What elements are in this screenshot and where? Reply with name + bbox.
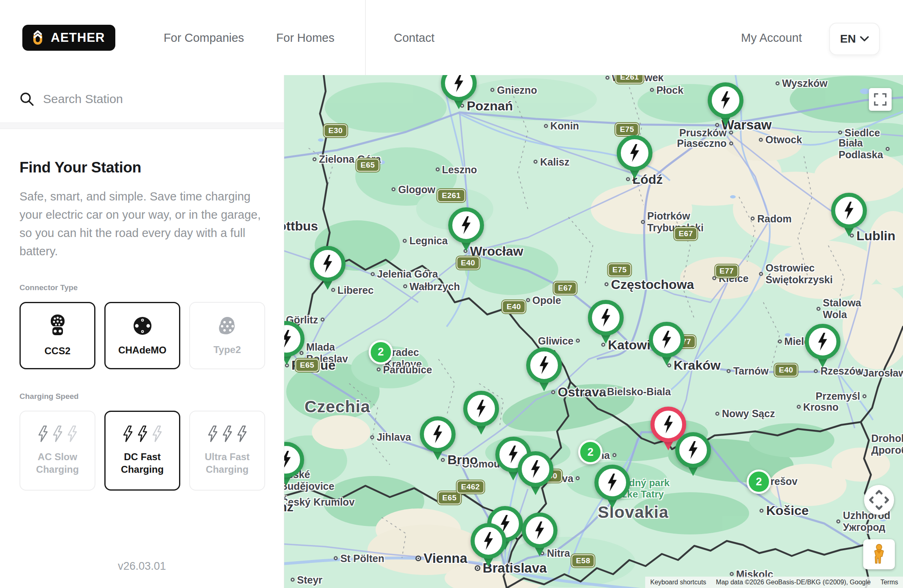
city-label: Tarnów	[724, 365, 769, 377]
nav-contact[interactable]: Contact	[394, 31, 434, 44]
bolt-icons	[37, 425, 78, 442]
charging-speed-label: Charging Speed	[19, 392, 265, 401]
city-label: Opole	[523, 294, 561, 306]
city-label: Bielsko-Biala	[598, 386, 671, 397]
lightning-icon	[474, 399, 488, 418]
road-shield: E58	[571, 554, 594, 567]
city-label: Wyszków	[773, 78, 827, 89]
lightning-icon	[528, 460, 543, 478]
city-dot	[370, 435, 374, 439]
lightning-icon	[661, 415, 676, 434]
city-dot	[712, 276, 716, 280]
city-dot	[727, 369, 731, 373]
connector-type2-button[interactable]: Type2	[189, 302, 265, 369]
city-dot	[291, 578, 295, 582]
speed-ac-slow-button[interactable]: AC Slow Charging	[19, 411, 95, 491]
cluster-marker[interactable]: 2	[747, 470, 771, 494]
connector-ccs2-button[interactable]: CCS2	[19, 302, 95, 369]
city-label: Kalisz	[531, 156, 569, 168]
nav-my-account[interactable]: My Account	[741, 31, 802, 44]
terms-link[interactable]: Terms	[875, 577, 903, 588]
lightning-icon	[122, 425, 134, 442]
nav-for-homes[interactable]: For Homes	[276, 31, 334, 44]
city-label: Biała Podlaska	[838, 137, 892, 161]
city-dot	[751, 217, 755, 221]
city-dot	[886, 147, 890, 151]
city-dot	[641, 220, 645, 224]
marker-head	[522, 513, 557, 548]
marker-head	[448, 207, 484, 243]
road-shield: E30	[324, 124, 347, 137]
road-shield: E462	[457, 480, 484, 493]
map-attribution: Keyboard shortcuts Map data ©2026 GeoBas…	[645, 577, 903, 588]
aether-logo[interactable]: AETHER	[22, 25, 115, 51]
city-label: Jihlava	[368, 431, 411, 443]
city-dot	[376, 368, 380, 372]
search-icon	[19, 92, 34, 106]
lightning-icon	[598, 308, 613, 327]
city-dot	[817, 307, 821, 311]
city-label: Piaseczno	[677, 138, 735, 149]
city-dot	[759, 138, 763, 142]
city-dot	[797, 405, 801, 409]
pegman-button[interactable]	[863, 539, 895, 569]
city-dot	[729, 131, 733, 135]
marker-head	[310, 246, 346, 282]
city-label: St Pölten	[331, 552, 384, 564]
city-label: Płock	[647, 84, 683, 96]
city-label: Ostrowiec Świętokrzyski	[757, 262, 833, 286]
city-label: Ostrava	[549, 385, 606, 400]
road-shield: E75	[608, 263, 631, 276]
city-dot	[371, 272, 375, 276]
sidebar-content: Find Your Station Safe, smart, and simpl…	[0, 129, 284, 491]
lightning-icon	[320, 254, 335, 273]
lightning-icon	[532, 521, 547, 540]
road-shield: E65	[438, 491, 461, 504]
city-dot	[760, 508, 764, 513]
map-canvas[interactable]: WłocławekGnieznoPoznańPłockWyszkówWarsaw…	[284, 75, 903, 588]
city-label: Gniezno	[488, 84, 537, 96]
cluster-marker[interactable]: 2	[369, 340, 393, 364]
city-label: Košice	[757, 503, 809, 518]
lightning-icon	[236, 425, 248, 442]
marker-head	[526, 347, 562, 383]
lightning-icon	[605, 473, 620, 492]
city-dot	[403, 284, 407, 289]
city-label: Leszno	[433, 164, 477, 175]
city-label: Częstochowa	[602, 277, 694, 292]
lightning-icon	[451, 75, 466, 93]
marker-head	[675, 432, 711, 468]
app-root: AETHER For Companies For Homes Contact M…	[0, 0, 903, 588]
city-label: Český Krumlov	[284, 496, 354, 508]
marker-head	[831, 193, 867, 228]
city-dot	[544, 124, 548, 128]
city-label: Jarosław	[854, 367, 903, 379]
city-label: Pruszków	[679, 127, 736, 138]
city-dot	[778, 339, 782, 343]
road-shield: E40	[456, 256, 480, 269]
speed-dc-fast-button[interactable]: DC Fast Charging	[104, 411, 180, 491]
speed-ultra-fast-button[interactable]: Ultra Fast Charging	[189, 411, 265, 491]
city-dot	[312, 157, 316, 161]
nav-for-companies[interactable]: For Companies	[164, 31, 244, 44]
sidebar: Find Your Station Safe, smart, and simpl…	[0, 75, 284, 588]
marker-head	[649, 322, 685, 358]
pan-control[interactable]	[864, 485, 894, 515]
city-dot	[526, 298, 530, 302]
marker-head	[708, 82, 743, 118]
city-label: Liberec	[328, 284, 374, 296]
marker-head	[518, 451, 553, 487]
connector-chademo-button[interactable]: CHAdeMO	[104, 302, 180, 369]
marker-head	[805, 324, 840, 360]
keyboard-shortcuts-link[interactable]: Keyboard shortcuts	[645, 577, 711, 588]
cluster-marker[interactable]: 2	[578, 440, 603, 464]
fullscreen-button[interactable]	[869, 88, 892, 111]
country-label: Czechia	[305, 397, 370, 416]
city-dot	[856, 371, 860, 375]
chademo-connector-icon	[131, 314, 154, 337]
speed-label: AC Slow Charging	[20, 450, 95, 476]
city-label: Vienna	[413, 551, 467, 566]
connector-buttons: CCS2 CHAdeMO	[19, 302, 265, 369]
language-selector[interactable]: EN	[829, 23, 880, 55]
search-input[interactable]	[43, 92, 268, 106]
